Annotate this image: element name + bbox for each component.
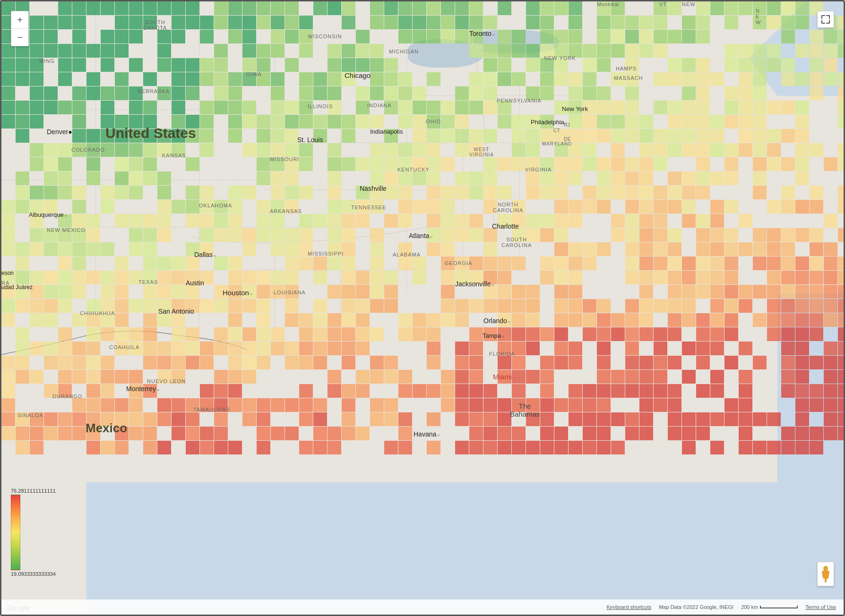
city-label-stlouis: St. Louis	[297, 136, 323, 144]
city-label-dallas: Dallas○	[194, 251, 216, 258]
street-view-person-button[interactable]	[817, 562, 834, 586]
city-label-nashville: Nashville	[360, 185, 387, 192]
state-label-arkansas: ARKANSAS	[270, 208, 302, 214]
city-label-orlando: Orlando○	[483, 317, 510, 325]
city-label-jacksonville: Jacksonville○	[455, 280, 494, 288]
scale-bar	[760, 606, 798, 608]
country-label-mexico: Mexico	[86, 421, 127, 436]
city-label-tucson: eson	[1, 270, 14, 276]
street-view-icon	[820, 565, 831, 582]
state-label-nj: NJ	[564, 122, 570, 128]
city-label-monterrey: Monterrey○	[126, 385, 159, 393]
state-label-virginia: VIRGINIA	[525, 167, 552, 172]
state-label-alabama: ALABAMA	[393, 252, 421, 257]
state-label-tamaulipas: TAMAULIPAS	[193, 407, 230, 412]
state-label-michigan: MICHIGAN	[389, 49, 419, 54]
svg-point-14	[823, 566, 828, 571]
region-label-new: NEW	[682, 1, 696, 7]
state-label-missouri: MISSOURI	[270, 156, 299, 162]
city-label-charlotte: Charlotte	[492, 222, 519, 230]
region-label-hamps: HAMPS	[616, 66, 637, 71]
state-label-nuevoleon: NUEVO LEON	[147, 378, 186, 384]
state-label-georgia: GEORGIA	[445, 260, 472, 266]
state-label-southcarolina: SOUTHCAROLINA	[501, 237, 532, 248]
zoom-controls: + −	[11, 11, 29, 46]
state-label-westvirginia: WESTVIRGINIA	[469, 147, 494, 157]
city-label-sanantonio: San Antonio	[158, 308, 194, 315]
state-label-iowa: IOWA	[246, 71, 262, 77]
state-label-newyork: NEW YORK	[544, 55, 576, 61]
fullscreen-icon	[821, 15, 830, 24]
country-label-bahamas: TheBahamas	[510, 402, 540, 418]
state-label-wisconsin: WISCONSIN	[308, 34, 342, 39]
city-label-havana: Havana○	[414, 430, 440, 438]
keyboard-shortcuts-link[interactable]: Keyboard shortcuts	[606, 604, 651, 610]
state-label-colorado: COLORADO	[71, 147, 105, 153]
region-label-vt: VT	[659, 1, 667, 7]
state-label-oklahoma: OKLAHOMA	[199, 203, 232, 208]
state-label-ct: CT	[553, 128, 560, 133]
zoom-out-button[interactable]: −	[11, 29, 28, 46]
state-label-newmexico: NEW MEXICO	[47, 227, 86, 233]
map-container: Chicago Toronto○ New York Philadelphia○ …	[0, 0, 845, 616]
atlantic-water	[777, 293, 844, 482]
state-label-florida: FLORIDA	[489, 351, 515, 357]
city-label-denver: Denver●	[47, 128, 72, 136]
terms-of-use-link[interactable]: Terms of Use	[805, 604, 836, 610]
city-label-austin: Austin	[186, 279, 204, 287]
country-label-us: United States	[105, 125, 196, 141]
state-label-ohio: OHIO	[426, 119, 441, 124]
state-label-illinois: ILLINOIS	[308, 103, 333, 109]
state-label-durango: DURANGO	[52, 394, 82, 399]
scale-label: 200 km	[741, 604, 758, 610]
state-label-louisiana: LOUISIANA	[274, 290, 306, 295]
region-label-massach: MASSACH	[614, 75, 643, 81]
region-label-ming: MING	[39, 58, 55, 64]
state-label-northcarolina: NORTHCAROLINA	[493, 202, 523, 213]
city-label-tampa: Tampa○	[483, 332, 504, 339]
region-label-ne: NEW	[756, 8, 761, 25]
legend-max-value: 76.2811111111111	[11, 488, 56, 494]
state-label-coahuila: COAHUILA	[109, 344, 139, 350]
state-label-nebraska: NEBRASKA	[138, 88, 170, 94]
state-label-de: DE	[564, 137, 571, 142]
city-label-albuquerque: Albuquerque○	[29, 211, 67, 218]
zoom-in-button[interactable]: +	[11, 11, 28, 28]
city-label-newyork: New York	[562, 105, 588, 112]
state-label-pennsylvania: PENNSYLVANIA	[497, 98, 542, 103]
bottom-bar: Keyboard shortcuts Map Data ©2022 Google…	[1, 599, 844, 615]
city-label-houston: Houston○	[223, 289, 252, 297]
state-label-maryland: MARYLAND	[542, 141, 572, 146]
city-label-miami: Miami○	[493, 373, 515, 381]
gulf-water	[86, 482, 844, 615]
legend-min-value: 19.0933333333334	[11, 571, 56, 577]
state-label-mississippi: MISSISSIPPI	[308, 251, 344, 257]
map-data-text: Map Data ©2022 Google, INEGI	[659, 604, 733, 610]
city-label-chicago: Chicago	[345, 71, 371, 79]
city-label-atlanta: Atlanta○	[409, 232, 432, 240]
legend-color-bar	[11, 495, 20, 570]
state-label-tennessee: TENNESSEE	[351, 205, 386, 210]
region-label-montreal: Montréal	[597, 1, 619, 7]
state-label-kentucky: KENTUCKY	[397, 167, 430, 172]
region-label-ra: RA	[1, 280, 9, 286]
state-label-chihuahua: CHIHUAHUA	[80, 310, 115, 316]
city-label-philadelphia: Philadelphia○	[531, 119, 568, 126]
legend: 76.2811111111111 19.0933333333334	[11, 488, 56, 577]
fullscreen-button[interactable]	[817, 11, 834, 28]
state-label-indiana: INDIANA	[367, 103, 392, 108]
scale-indicator: 200 km	[741, 604, 798, 610]
city-label-indianapolis: Indianapolis	[370, 128, 403, 135]
state-label-kansas: KANSAS	[162, 153, 186, 158]
state-label-sinaloa: SINALOA	[17, 412, 43, 418]
state-label-texas: TEXAS	[138, 279, 158, 285]
state-label-southdakota: SOUTHDAKOTA	[143, 19, 167, 31]
city-label-toronto: Toronto○	[469, 30, 495, 37]
